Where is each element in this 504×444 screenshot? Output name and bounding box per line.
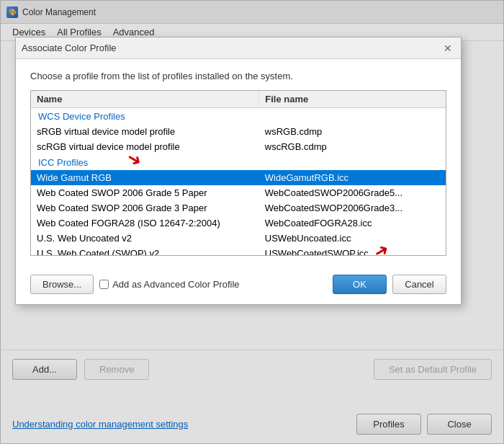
profile-list[interactable]: Name File name WCS Device ProfilessRGB v… bbox=[30, 90, 446, 256]
ok-button[interactable]: OK bbox=[333, 275, 387, 294]
dialog-title: Associate Color Profile bbox=[22, 43, 441, 53]
advanced-color-profile-text: Add as Advanced Color Profile bbox=[112, 279, 239, 290]
profile-table: Name File name WCS Device ProfilessRGB v… bbox=[31, 91, 446, 256]
dialog-body: Choose a profile from the list of profil… bbox=[16, 59, 461, 267]
table-row[interactable]: Web Coated FOGRA28 (ISO 12647-2:2004)Web… bbox=[31, 216, 446, 231]
dialog-title-bar: Associate Color Profile ✕ bbox=[16, 37, 461, 59]
table-row[interactable]: sRGB virtual device model profilewsRGB.c… bbox=[31, 124, 446, 139]
dialog-description: Choose a profile from the list of profil… bbox=[30, 71, 446, 81]
table-row[interactable]: U.S. Web Uncoated v2USWebUncoated.icc bbox=[31, 231, 446, 246]
advanced-color-profile-checkbox[interactable] bbox=[99, 280, 109, 289]
column-header-file: File name bbox=[259, 91, 446, 108]
dialog-bottom: Browse... Add as Advanced Color Profile … bbox=[16, 267, 461, 304]
table-row[interactable]: Web Coated SWOP 2006 Grade 3 PaperWebCoa… bbox=[31, 200, 446, 216]
main-window: 🎨 Color Management Devices All Profiles … bbox=[0, 0, 504, 444]
dialog-close-button[interactable]: ✕ bbox=[441, 41, 455, 56]
table-row[interactable]: ICC Profiles bbox=[31, 154, 446, 170]
table-row[interactable]: scRGB virtual device model profilewscRGB… bbox=[31, 139, 446, 154]
table-row[interactable]: U.S. Web Coated (SWOP) v2USWebCoatedSWOP… bbox=[31, 246, 446, 256]
advanced-color-profile-label[interactable]: Add as Advanced Color Profile bbox=[99, 279, 239, 290]
table-row[interactable]: WCS Device Profiles bbox=[31, 108, 446, 125]
cancel-button[interactable]: Cancel bbox=[392, 275, 446, 294]
table-row[interactable]: Wide Gamut RGBWideGamutRGB.icc bbox=[31, 170, 446, 185]
browse-button[interactable]: Browse... bbox=[30, 275, 94, 294]
table-row[interactable]: Web Coated SWOP 2006 Grade 5 PaperWebCoa… bbox=[31, 185, 446, 200]
column-header-name: Name bbox=[31, 91, 259, 108]
associate-color-profile-dialog: Associate Color Profile ✕ Choose a profi… bbox=[15, 37, 462, 305]
